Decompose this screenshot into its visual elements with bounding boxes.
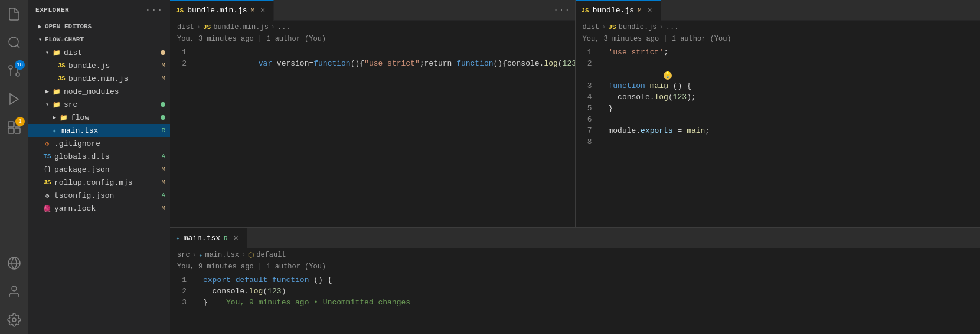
run-icon[interactable]: [0, 85, 28, 113]
code-line-r8: 8: [576, 136, 981, 148]
files-icon[interactable]: [0, 0, 28, 28]
main-tsx-badge: R: [161, 127, 165, 134]
tsconfig-icon: ⚙: [43, 191, 52, 200]
sidebar-item-dist[interactable]: ▾ 📁 dist: [28, 46, 170, 59]
svg-point-0: [9, 37, 18, 47]
sidebar-item-node-modules[interactable]: ▶ 📁 node_modules: [28, 85, 170, 98]
sidebar-item-bundle-min-js[interactable]: JS bundle.min.js M: [28, 72, 170, 85]
extensions-icon[interactable]: 1: [0, 113, 28, 142]
flow-chart-arrow: ▾: [35, 35, 45, 44]
tab-bundle-min-js[interactable]: JS bundle.min.js M ×: [170, 0, 274, 21]
globals-badge: A: [161, 153, 165, 160]
sidebar-title: EXPLORER: [35, 6, 69, 14]
tab-main-tsx-close[interactable]: ×: [231, 234, 241, 243]
svg-point-11: [12, 286, 17, 291]
sidebar-rollup-label: rollup.config.mjs: [54, 178, 161, 187]
src-folder-icon: 📁: [52, 100, 61, 109]
svg-rect-6: [8, 122, 14, 127]
code-line-r1: 1 'use strict';: [576, 47, 981, 58]
tab-bundle-js-modified: M: [638, 7, 642, 14]
code-line-r5: 5 }: [576, 103, 981, 114]
code-line-1: 1 var version=function(){"use strict";re…: [170, 47, 575, 58]
tab-more-top-left[interactable]: ···: [548, 5, 575, 15]
sidebar-item-rollup[interactable]: JS rollup.config.mjs M: [28, 176, 170, 189]
sidebar-bundle-js-label: bundle.js: [68, 61, 161, 70]
account-icon[interactable]: [0, 277, 28, 306]
bundle-js-badge: M: [161, 62, 165, 69]
breadcrumb-src: src: [177, 251, 190, 259]
source-control-badge: 18: [15, 60, 25, 70]
src-arrow: ▾: [43, 100, 52, 109]
breadcrumb-js-icon: JS: [203, 24, 211, 31]
code-line-r3: 3 function main () {: [576, 80, 981, 91]
sidebar-item-bundle-js[interactable]: JS bundle.js M: [28, 59, 170, 72]
globals-icon: TS: [43, 152, 52, 161]
sidebar-item-flow[interactable]: ▶ 📁 flow: [28, 111, 170, 124]
node-modules-arrow: ▶: [43, 87, 52, 96]
settings-icon[interactable]: [0, 306, 28, 334]
sidebar-item-gitignore[interactable]: ⊙ .gitignore: [28, 137, 170, 150]
code-line-r6: 6: [576, 114, 981, 125]
code-line-2: 2: [170, 58, 575, 69]
sidebar-header: EXPLORER ···: [28, 0, 170, 20]
breadcrumb-default-icon: ⬡: [248, 251, 254, 260]
package-badge: M: [161, 166, 165, 173]
breadcrumb-main-tsx: main.tsx: [205, 251, 239, 259]
svg-point-12: [12, 318, 16, 322]
code-line-r2b: [576, 69, 981, 80]
sidebar-item-src[interactable]: ▾ 📁 src: [28, 98, 170, 111]
package-json-icon: {}: [43, 165, 52, 174]
svg-rect-8: [8, 128, 14, 133]
node-modules-icon: 📁: [52, 87, 61, 96]
sidebar-main-tsx-label: main.tsx: [61, 126, 161, 135]
flow-folder-icon: 📁: [59, 113, 68, 122]
sidebar-gitignore-label: .gitignore: [54, 139, 170, 148]
source-control-icon[interactable]: 18: [0, 57, 28, 85]
gitignore-icon: ⊙: [43, 139, 52, 148]
sidebar-tsconfig-label: tsconfig.json: [54, 191, 161, 200]
editor-area: JS bundle.min.js M × ··· dist › JS bundl…: [170, 0, 980, 334]
svg-point-2: [16, 73, 19, 76]
sidebar-menu-button[interactable]: ···: [145, 5, 163, 15]
tab-bundle-js[interactable]: JS bundle.js M ×: [576, 0, 661, 21]
sidebar: EXPLORER ··· ▶ OPEN EDITORS ▾ FLOW-CHART…: [28, 0, 170, 334]
tab-bundle-min-js-label: bundle.min.js: [187, 6, 247, 15]
sidebar-item-yarn[interactable]: 🧶 yarn.lock M: [28, 202, 170, 215]
search-icon[interactable]: [0, 28, 28, 57]
editor-content-top-left[interactable]: 1 var version=function(){"use strict";re…: [170, 44, 575, 227]
tab-main-tsx[interactable]: ✦ main.tsx R ×: [170, 228, 247, 248]
breadcrumb-main-tsx-icon: ✦: [199, 251, 203, 259]
tab-main-tsx-renamed: R: [224, 235, 228, 242]
tab-bar-top-left: JS bundle.min.js M × ···: [170, 0, 575, 21]
sidebar-flow-chart[interactable]: ▾ FLOW-CHART: [28, 33, 170, 46]
yarn-icon: 🧶: [43, 204, 52, 213]
tab-bundle-js-icon: JS: [582, 7, 589, 14]
breadcrumb-top-left: dist › JS bundle.min.js › ...: [170, 21, 575, 34]
sidebar-item-globals[interactable]: TS globals.d.ts A: [28, 150, 170, 163]
sidebar-item-main-tsx[interactable]: ✦ main.tsx R: [28, 124, 170, 137]
breadcrumb-default: default: [256, 251, 286, 259]
sidebar-open-editors[interactable]: ▶ OPEN EDITORS: [28, 20, 170, 33]
tab-bundle-min-js-icon: JS: [176, 7, 184, 14]
breadcrumb-dots: ...: [277, 23, 290, 31]
code-line-r4: 4 console.log(123);: [576, 91, 981, 103]
extensions-badge: 1: [15, 117, 25, 126]
sidebar-package-label: package.json: [54, 165, 161, 174]
sidebar-src-label: src: [64, 100, 161, 109]
tab-bundle-min-close[interactable]: ×: [258, 6, 267, 15]
bundle-min-badge: M: [161, 75, 165, 82]
sidebar-bundle-min-label: bundle.min.js: [68, 74, 161, 83]
tab-bundle-js-close[interactable]: ×: [645, 6, 655, 15]
code-line-r2: 2 💡 ⌄: [576, 58, 981, 69]
sidebar-globals-label: globals.d.ts: [54, 152, 161, 161]
editor-content-top-right[interactable]: 1 'use strict'; 2 💡 ⌄: [576, 44, 981, 227]
remote-icon[interactable]: [0, 249, 28, 277]
breadcrumb-bundle-min: bundle.min.js: [213, 23, 269, 31]
sidebar-item-package-json[interactable]: {} package.json M: [28, 163, 170, 176]
sidebar-item-tsconfig[interactable]: ⚙ tsconfig.json A: [28, 189, 170, 202]
editor-content-bottom[interactable]: 1 export default function () { 2 console…: [170, 272, 980, 334]
breadcrumb-top-right: dist › JS bundle.js › ...: [576, 21, 981, 34]
dist-folder-icon: 📁: [52, 48, 61, 57]
tab-bundle-min-modified: M: [251, 7, 255, 14]
svg-line-1: [17, 45, 19, 48]
